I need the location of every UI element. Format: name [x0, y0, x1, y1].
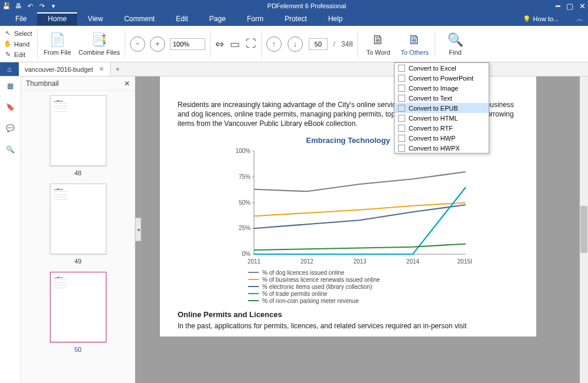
convert-to-menu: Convert to ExcelConvert to PowerPointCon…	[394, 62, 489, 154]
svg-text:2013: 2013	[353, 258, 367, 265]
body-paragraph-2: In the past, applications for permits, l…	[178, 321, 519, 331]
convert-menu-item[interactable]: Convert to HWP	[395, 133, 489, 143]
svg-text:100%: 100%	[235, 148, 250, 154]
thumbnails-panel-icon[interactable]: ▦	[5, 80, 16, 92]
undo-qat-icon[interactable]: ↶	[26, 2, 34, 10]
fit-page-icon[interactable]: ▭	[230, 38, 240, 51]
to-word-button[interactable]: 🗎To Word	[363, 32, 393, 56]
from-file-button[interactable]: 📄From File	[42, 32, 73, 56]
side-tabs: ▦ 🔖 💬 🔍	[0, 76, 21, 383]
document-tab-label: vancouver-2016-budget	[25, 66, 93, 73]
minimize-button[interactable]: ━	[556, 2, 560, 11]
file-type-icon	[398, 65, 405, 72]
thumbnail-page[interactable]: ▂▃▅▂▃────────────────────────────────	[50, 95, 106, 166]
vertical-scrollbar[interactable]	[580, 76, 588, 383]
print-qat-icon[interactable]: 🖶	[14, 2, 22, 10]
svg-text:2012: 2012	[300, 258, 314, 265]
svg-text:75%: 75%	[239, 173, 250, 179]
collapse-sidebar-handle[interactable]: ◂	[135, 218, 141, 241]
svg-text:50%: 50%	[239, 199, 250, 205]
menu-help[interactable]: Help	[318, 12, 353, 25]
find-button[interactable]: 🔍Find	[440, 32, 470, 56]
menu-page[interactable]: Page	[199, 12, 236, 25]
file-type-icon	[398, 95, 405, 102]
file-type-icon	[398, 115, 405, 122]
menu-file[interactable]: File	[5, 12, 37, 25]
file-type-icon	[398, 145, 405, 152]
menu-protect[interactable]: Protect	[274, 12, 318, 25]
close-panel-icon[interactable]: ✕	[124, 79, 130, 88]
save-qat-icon[interactable]: 💾	[2, 2, 11, 10]
convert-menu-item[interactable]: Convert to HWPX	[395, 143, 489, 153]
cursor-icon: ↖	[4, 29, 12, 37]
thumbnail-page-label: 48	[74, 169, 81, 176]
fit-width-icon[interactable]: ⇔	[215, 38, 224, 51]
prev-page-button[interactable]: ↑	[266, 36, 282, 52]
thumbnail-page[interactable]: ▂▃▅▂▃────────────────────────────────	[50, 184, 106, 254]
lightbulb-icon: 💡	[523, 15, 531, 23]
convert-menu-item[interactable]: Convert to Image	[395, 83, 489, 93]
menu-view[interactable]: View	[77, 12, 113, 25]
word-doc-icon: 🗎	[372, 32, 385, 48]
collapse-ribbon-icon[interactable]: ︿	[570, 14, 583, 24]
add-tab-button[interactable]: ＋	[111, 62, 125, 76]
close-button[interactable]: ✕	[579, 2, 586, 11]
ribbon: ↖Select ✋Hand ✎Edit 📄From File 📑Combine …	[0, 26, 588, 62]
select-tool[interactable]: ↖Select	[4, 28, 32, 39]
file-type-icon	[398, 75, 405, 82]
close-tab-icon[interactable]: ✕	[99, 65, 104, 73]
zoom-level-input[interactable]	[170, 38, 205, 50]
hand-icon: ✋	[4, 40, 12, 48]
document-area[interactable]: ◂ Residents are increasingly taking adva…	[135, 76, 588, 383]
app-title: PDFelement 6 Professional	[58, 2, 556, 9]
fullscreen-icon[interactable]: ⛶	[246, 38, 256, 50]
embracing-technology-chart: 0%25%50%75%100%20112012201320142015F	[225, 148, 472, 266]
thumbnail-page[interactable]: ▂▃▅▂▃────────────────────────────────	[50, 272, 106, 342]
comments-panel-icon[interactable]: 💬	[5, 122, 16, 134]
thumbnail-header: Thumbnail	[26, 79, 59, 88]
combine-files-button[interactable]: 📑Combine Files	[79, 32, 120, 56]
page-number-input[interactable]	[309, 38, 328, 50]
howto-link[interactable]: 💡 How to...	[523, 15, 570, 23]
convert-menu-item[interactable]: Convert to Text	[395, 93, 489, 103]
file-type-icon	[398, 125, 405, 132]
qat-dropdown-icon[interactable]: ▾	[49, 2, 58, 10]
pencil-icon: ✎	[4, 51, 12, 58]
home-tab[interactable]: ⌂	[0, 62, 19, 76]
home-icon: ⌂	[7, 65, 11, 74]
menu-home[interactable]: Home	[37, 12, 77, 25]
file-type-icon	[398, 135, 405, 142]
convert-menu-item[interactable]: Convert to RTF	[395, 123, 489, 133]
to-others-button[interactable]: 🗎To Others	[399, 32, 430, 56]
menu-form[interactable]: Form	[236, 12, 274, 25]
thumbnail-page-label: 49	[74, 258, 81, 265]
convert-menu-item[interactable]: Convert to Excel	[395, 63, 489, 73]
page-total: 348	[341, 40, 353, 48]
document-tab[interactable]: vancouver-2016-budget ✕	[19, 62, 111, 76]
edit-tool[interactable]: ✎Edit	[4, 49, 32, 60]
title-bar: 💾 🖶 ↶ ↷ ▾ PDFelement 6 Professional ━ ▢ …	[0, 0, 588, 12]
file-type-icon	[398, 105, 405, 112]
next-page-button[interactable]: ↓	[288, 36, 303, 52]
menu-comment[interactable]: Comment	[113, 12, 165, 25]
menu-edit[interactable]: Edit	[165, 12, 199, 25]
maximize-button[interactable]: ▢	[566, 2, 573, 11]
svg-text:2014: 2014	[406, 258, 420, 265]
scrollbar-thumb[interactable]	[580, 206, 587, 253]
files-icon: 📑	[91, 32, 107, 48]
file-plus-icon: 📄	[49, 32, 65, 48]
menu-bar: FileHomeViewCommentEditPageFormProtectHe…	[0, 12, 588, 26]
search-icon: 🔍	[447, 32, 463, 48]
zoom-in-button[interactable]: +	[150, 36, 165, 52]
file-type-icon	[398, 85, 405, 92]
convert-menu-item[interactable]: Convert to PowerPoint	[395, 73, 489, 83]
hand-tool[interactable]: ✋Hand	[4, 39, 32, 49]
svg-text:2015F: 2015F	[457, 258, 472, 265]
zoom-out-button[interactable]: −	[130, 36, 145, 52]
redo-qat-icon[interactable]: ↷	[38, 2, 46, 10]
search-panel-icon[interactable]: 🔍	[5, 144, 16, 155]
thumbnail-page-label: 50	[74, 346, 81, 353]
convert-menu-item[interactable]: Convert to HTML	[395, 113, 489, 123]
bookmarks-panel-icon[interactable]: 🔖	[5, 101, 16, 113]
convert-menu-item[interactable]: Convert to EPUB	[395, 103, 489, 113]
